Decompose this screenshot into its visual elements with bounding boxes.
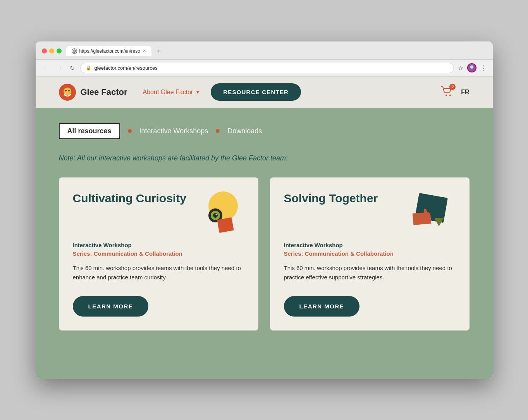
card-type-2: Interactive Workshop bbox=[284, 242, 456, 248]
browser-toolbar: ← → ↻ 🔒 gleefactor.com/en/resources ☆ ⋮ bbox=[36, 60, 493, 77]
card-description-1: This 60 min. workshop provides teams wit… bbox=[73, 263, 244, 282]
tab-favicon bbox=[72, 48, 77, 54]
tab-close-icon[interactable]: ✕ bbox=[143, 48, 146, 53]
card-header-1: Cultivating Curiosity bbox=[73, 191, 244, 234]
filter-all-resources[interactable]: All resources bbox=[59, 123, 120, 139]
svg-point-7 bbox=[445, 95, 447, 96]
active-tab[interactable]: https://gleefactor.com/en/reso ✕ bbox=[66, 46, 151, 56]
close-button[interactable] bbox=[42, 48, 47, 53]
reload-button[interactable]: ↻ bbox=[68, 64, 76, 72]
learn-more-button-1[interactable]: LEARN MORE bbox=[73, 296, 149, 317]
menu-button[interactable]: ⋮ bbox=[480, 64, 487, 72]
lock-icon: 🔒 bbox=[86, 65, 91, 71]
language-button[interactable]: FR bbox=[461, 89, 469, 96]
filter-dot-2 bbox=[216, 129, 220, 133]
svg-point-6 bbox=[68, 90, 70, 91]
maximize-button[interactable] bbox=[57, 48, 62, 53]
site-main: All resources Interactive Workshops Down… bbox=[36, 108, 493, 379]
logo-text: Glee Factor bbox=[81, 87, 127, 97]
svg-point-4 bbox=[64, 88, 71, 95]
back-button[interactable]: ← bbox=[42, 64, 51, 72]
svg-point-14 bbox=[215, 214, 217, 215]
website-content: Glee Factor About Glee Factor ▼ RESOURCE… bbox=[36, 77, 493, 379]
address-text: gleefactor.com/en/resources bbox=[95, 65, 448, 71]
filter-interactive-workshops[interactable]: Interactive Workshops bbox=[139, 124, 208, 138]
logo-icon bbox=[59, 84, 76, 101]
nav-right: 0 FR bbox=[441, 86, 469, 98]
card-description-2: This 60 min. workshop provides teams wit… bbox=[284, 263, 456, 282]
card-cultivating-curiosity: Cultivating Curiosity bbox=[59, 177, 258, 331]
toolbar-right-icons: ☆ ⋮ bbox=[458, 63, 487, 72]
tab-title: https://gleefactor.com/en/reso bbox=[79, 48, 140, 54]
svg-point-8 bbox=[449, 95, 451, 96]
card-solving-together: Solving Together Interactive Workshop Se bbox=[270, 177, 470, 331]
card-title-1: Cultivating Curiosity bbox=[73, 191, 190, 205]
bookmark-button[interactable]: ☆ bbox=[458, 64, 463, 72]
filter-tabs: All resources Interactive Workshops Down… bbox=[59, 123, 470, 139]
svg-point-5 bbox=[65, 90, 67, 91]
card-series-2: Series: Communication & Collaboration bbox=[284, 250, 456, 258]
browser-window: https://gleefactor.com/en/reso ✕ + ← → ↻… bbox=[36, 41, 493, 379]
cards-grid: Cultivating Curiosity bbox=[59, 177, 470, 331]
card-series-1: Series: Communication & Collaboration bbox=[73, 250, 244, 258]
note-text: Note: All our interactive workshops are … bbox=[59, 153, 470, 164]
resource-center-button[interactable]: RESOURCE CENTER bbox=[211, 83, 301, 101]
svg-rect-15 bbox=[217, 217, 234, 232]
filter-downloads[interactable]: Downloads bbox=[227, 124, 262, 138]
about-link[interactable]: About Glee Factor ▼ bbox=[143, 89, 200, 96]
solving-illustration bbox=[405, 191, 456, 234]
minimize-button[interactable] bbox=[49, 48, 54, 53]
forward-button[interactable]: → bbox=[55, 64, 64, 72]
profile-button[interactable] bbox=[467, 63, 476, 72]
filter-dot-1 bbox=[128, 129, 132, 133]
about-link-text: About Glee Factor bbox=[143, 89, 193, 96]
traffic-lights bbox=[42, 48, 62, 53]
cart-icon-wrapper[interactable]: 0 bbox=[441, 86, 453, 98]
card-type-1: Interactive Workshop bbox=[73, 242, 244, 248]
learn-more-button-2[interactable]: LEARN MORE bbox=[284, 296, 360, 317]
chevron-down-icon: ▼ bbox=[195, 90, 200, 95]
new-tab-button[interactable]: + bbox=[154, 46, 164, 56]
browser-titlebar: https://gleefactor.com/en/reso ✕ + bbox=[36, 41, 493, 60]
svg-point-2 bbox=[470, 65, 473, 69]
curiosity-illustration bbox=[194, 191, 244, 234]
site-nav: Glee Factor About Glee Factor ▼ RESOURCE… bbox=[36, 77, 493, 108]
card-header-2: Solving Together bbox=[284, 191, 456, 234]
card-title-2: Solving Together bbox=[284, 191, 401, 205]
nav-links: About Glee Factor ▼ RESOURCE CENTER bbox=[143, 83, 426, 101]
site-logo[interactable]: Glee Factor bbox=[59, 84, 127, 101]
cart-badge: 0 bbox=[449, 84, 456, 90]
address-bar[interactable]: 🔒 gleefactor.com/en/resources bbox=[80, 63, 454, 73]
